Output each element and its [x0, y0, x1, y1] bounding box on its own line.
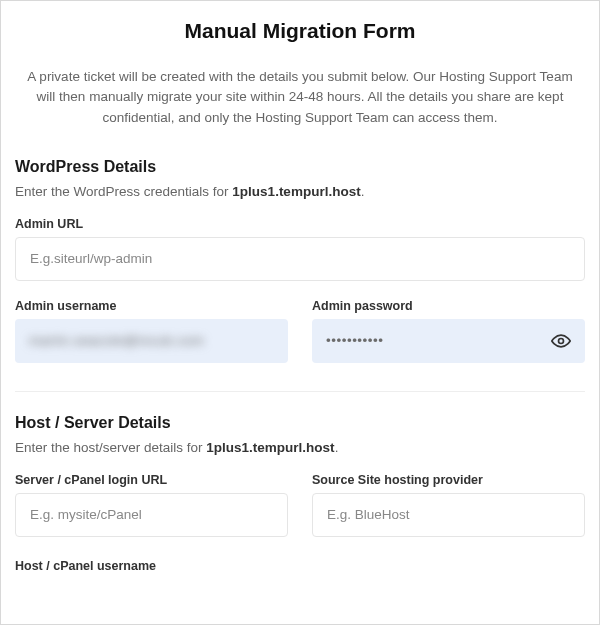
admin-username-input[interactable]: martin.seacole@incub.com [15, 319, 288, 363]
host-details-sub: Enter the host/server details for 1plus1… [15, 440, 585, 455]
host-username-label: Host / cPanel username [15, 559, 288, 573]
wordpress-details-heading: WordPress Details [15, 158, 585, 176]
hosting-provider-input[interactable] [312, 493, 585, 537]
page-title: Manual Migration Form [15, 19, 585, 43]
host-details-heading: Host / Server Details [15, 414, 585, 432]
admin-url-label: Admin URL [15, 217, 585, 231]
hosting-provider-label: Source Site hosting provider [312, 473, 585, 487]
intro-text: A private ticket will be created with th… [15, 67, 585, 128]
admin-password-input[interactable]: ••••••••••• [312, 319, 585, 363]
section-divider [15, 391, 585, 392]
admin-password-label: Admin password [312, 299, 585, 313]
server-login-url-input[interactable] [15, 493, 288, 537]
admin-url-input[interactable] [15, 237, 585, 281]
server-login-url-label: Server / cPanel login URL [15, 473, 288, 487]
eye-icon[interactable] [551, 331, 571, 351]
svg-point-0 [559, 338, 564, 343]
admin-username-label: Admin username [15, 299, 288, 313]
wordpress-details-sub: Enter the WordPress credentials for 1plu… [15, 184, 585, 199]
